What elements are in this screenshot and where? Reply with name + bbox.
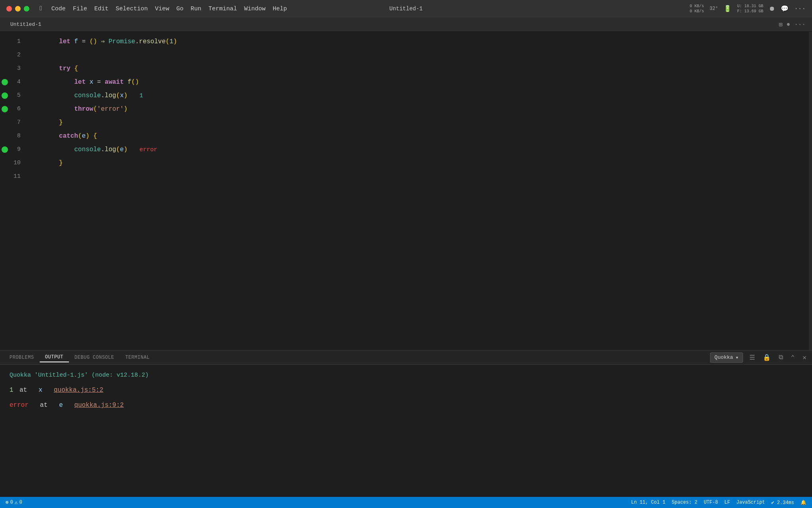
quokka-status: ✔ 2.34ms	[771, 500, 794, 506]
warning-icon: ⚠	[15, 499, 18, 506]
output-link-2[interactable]: quokka.js:9:2	[74, 402, 124, 409]
menu-help[interactable]: Help	[273, 6, 287, 12]
panel-tab-actions: Quokka ▾ ☰ 🔒 ⧉ ⌃ ✕	[710, 352, 808, 363]
more-icon: ···	[794, 5, 806, 12]
network-info: 0 KB/s 0 KB/s	[690, 4, 704, 14]
minimize-button[interactable]	[15, 6, 21, 12]
breakpoint-4	[2, 79, 8, 85]
close-button[interactable]	[6, 6, 12, 12]
airplay-icon: ⏺	[769, 5, 775, 13]
output-link-1[interactable]: quokka.js:5:2	[54, 387, 103, 394]
tab-bar: Untitled-1 ⊞ ● ···	[0, 17, 812, 32]
title-bar:  Code File Edit Selection View Go Run T…	[0, 0, 812, 17]
gutter-1: 1	[0, 35, 24, 48]
breakpoint-5	[2, 92, 8, 99]
notification-icon[interactable]: 🔔	[801, 500, 806, 506]
line-content-10: }	[24, 143, 812, 183]
gutter-6: 6	[0, 102, 24, 116]
breakpoint-6	[2, 106, 8, 112]
code-line-10: 10 }	[0, 156, 812, 170]
output-source-dropdown[interactable]: Quokka ▾	[710, 352, 743, 363]
editor-scrollbar[interactable]	[809, 32, 812, 350]
storage-info: U: 18.31 GB F: 13.69 GB	[737, 4, 763, 14]
code-line-1: 1 let f = () ⇒ Promise.resolve(1)	[0, 35, 812, 48]
output-at-2: at	[40, 402, 48, 409]
eol[interactable]: LF	[724, 500, 730, 505]
output-var-1: x	[38, 387, 42, 394]
tab-terminal[interactable]: TERMINAL	[120, 353, 155, 362]
copy-icon[interactable]: ⧉	[777, 353, 785, 362]
menu-selection[interactable]: Selection	[116, 6, 148, 12]
split-editor-icon[interactable]: ⊞	[779, 21, 783, 29]
tab-debug-console[interactable]: DEBUG CONSOLE	[69, 353, 120, 362]
traffic-lights	[6, 6, 29, 12]
menu-terminal[interactable]: Terminal	[209, 6, 237, 12]
gutter-3: 3	[0, 62, 24, 75]
encoding[interactable]: UTF-8	[704, 500, 718, 505]
temperature: 32°	[710, 6, 718, 12]
close-panel-icon[interactable]: ✕	[801, 353, 808, 362]
gutter-8: 8	[0, 129, 24, 143]
dot-icon: ●	[787, 21, 791, 28]
status-bar: ⊗ 0 ⚠ 0 Ln 11, Col 1 Spaces: 2 UTF-8 LF …	[0, 497, 812, 508]
title-bar-right: 0 KB/s 0 KB/s 32° 🔋 U: 18.31 GB F: 13.69…	[690, 4, 806, 14]
battery-icon: 🔋	[724, 5, 732, 13]
chevron-down-icon: ▾	[735, 354, 739, 361]
window-title: Untitled-1	[389, 6, 423, 12]
output-error-2: error	[10, 402, 29, 409]
status-right: Ln 11, Col 1 Spaces: 2 UTF-8 LF JavaScri…	[631, 500, 806, 506]
menu-go[interactable]: Go	[176, 6, 184, 12]
error-icon: ⊗	[6, 499, 9, 506]
title-bar-left:  Code File Edit Selection View Go Run T…	[6, 5, 287, 12]
breakpoint-9	[2, 146, 8, 153]
output-section-1: 1 at x quokka.js:5:2	[10, 387, 802, 394]
menu-code[interactable]: Code	[52, 6, 66, 12]
menu-window[interactable]: Window	[244, 6, 266, 12]
clear-output-icon[interactable]: ☰	[748, 353, 756, 362]
output-num-1: 1	[10, 387, 13, 394]
gutter-9: 9	[0, 143, 24, 156]
indentation[interactable]: Spaces: 2	[672, 500, 697, 505]
code-container[interactable]: 1 let f = () ⇒ Promise.resolve(1) 2 3 tr…	[0, 32, 812, 350]
output-var-2: e	[59, 402, 63, 409]
menu-view[interactable]: View	[155, 6, 169, 12]
output-header: Quokka 'Untitled-1.js' (node: v12.18.2)	[10, 372, 802, 379]
panel-content: Quokka 'Untitled-1.js' (node: v12.18.2) …	[0, 365, 812, 497]
language-mode[interactable]: JavaScript	[736, 500, 765, 505]
panel: PROBLEMS OUTPUT DEBUG CONSOLE TERMINAL Q…	[0, 350, 812, 497]
facetime-icon: 💬	[781, 5, 789, 13]
tab-problems[interactable]: PROBLEMS	[4, 353, 40, 362]
gutter-5: 5	[0, 89, 24, 102]
more-actions-icon[interactable]: ···	[794, 21, 806, 28]
cursor-position[interactable]: Ln 11, Col 1	[631, 500, 665, 505]
editor-tab[interactable]: Untitled-1	[6, 20, 45, 29]
maximize-button[interactable]	[24, 6, 29, 12]
status-errors[interactable]: ⊗ 0 ⚠ 0	[6, 499, 22, 506]
menu-file[interactable]: File	[73, 6, 87, 12]
panel-tab-bar: PROBLEMS OUTPUT DEBUG CONSOLE TERMINAL Q…	[0, 350, 812, 365]
gutter-11: 11	[0, 170, 24, 183]
gutter-7: 7	[0, 116, 24, 129]
gutter-4: 4	[0, 75, 24, 89]
gutter-10: 10	[0, 156, 24, 170]
editor-area: 1 let f = () ⇒ Promise.resolve(1) 2 3 tr…	[0, 32, 812, 497]
menu-bar: Code File Edit Selection View Go Run Ter…	[52, 6, 287, 12]
output-section-2: error at e quokka.js:9:2	[10, 402, 802, 409]
apple-logo: 	[40, 5, 44, 12]
tab-bar-right: ⊞ ● ···	[779, 21, 806, 29]
collapse-panel-icon[interactable]: ⌃	[789, 353, 797, 362]
lock-icon[interactable]: 🔒	[761, 353, 772, 362]
output-at-1: at	[19, 387, 27, 394]
gutter-2: 2	[0, 48, 24, 62]
menu-run[interactable]: Run	[191, 6, 201, 12]
tab-output[interactable]: OUTPUT	[40, 353, 69, 362]
menu-edit[interactable]: Edit	[94, 6, 109, 12]
